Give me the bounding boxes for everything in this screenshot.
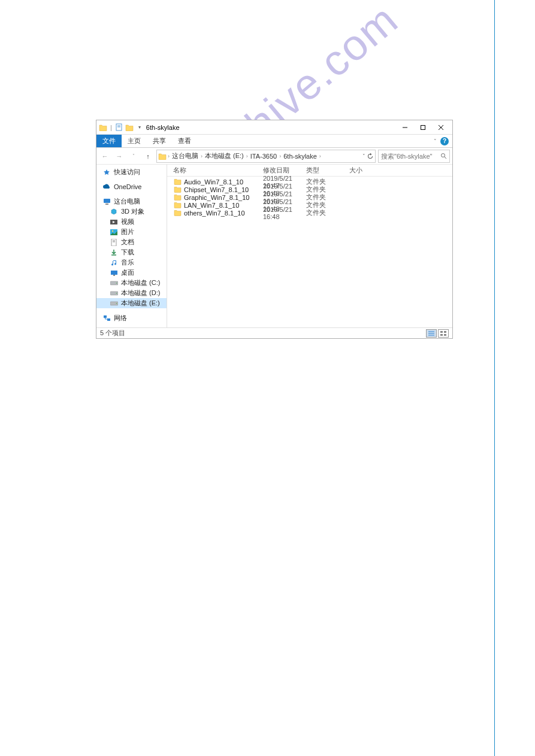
maximize-button[interactable] [414,121,432,134]
help-icon[interactable]: ? [440,137,449,145]
column-headers: 名称˄ 修改日期 类型 大小 [167,165,452,177]
sidebar-label: 网络 [114,314,127,323]
ribbon: 文件 主页 共享 查看 ˅ ? [96,135,452,148]
chevron-right-icon[interactable]: › [201,153,202,159]
sidebar-item-label: 本地磁盘 (C:) [121,278,160,287]
sidebar-item[interactable]: 桌面 [96,268,167,278]
sidebar-quickaccess[interactable]: 快速访问 [96,167,167,177]
breadcrumb-seg-current[interactable]: 6th-skylake [282,153,318,160]
svg-point-21 [116,283,117,284]
chevron-right-icon[interactable]: › [319,153,321,159]
sidebar-label: OneDrive [114,183,141,190]
tiles-view-button[interactable] [438,329,449,338]
file-list: Audio_Win7_8.1_102019/5/21 16:47文件夹Chips… [167,177,452,217]
file-row[interactable]: others_Win7_8.1_102019/5/21 16:48文件夹 [173,209,452,217]
chevron-right-icon[interactable]: › [279,153,281,159]
sidebar-label: 这台电脑 [114,197,140,206]
sidebar-item-label: 音乐 [121,258,134,267]
sidebar-item-label: 桌面 [121,268,134,277]
column-date[interactable]: 修改日期 [263,166,306,175]
search-input[interactable] [381,153,440,160]
minimize-button[interactable] [396,121,414,134]
up-button[interactable]: ↑ [142,150,154,162]
qat-dropdown-icon[interactable]: ▾ [135,123,144,132]
3d-icon [110,208,118,216]
sidebar-item[interactable]: 本地磁盘 (E:) [96,298,167,308]
recent-dropdown-icon[interactable]: ˅ [128,150,140,162]
svg-point-13 [112,230,113,231]
sidebar: 快速访问 OneDrive 这台电脑 3D 对象视频图片文档下载音乐桌面本地磁盘… [96,165,167,327]
star-icon [102,168,111,177]
sidebar-item[interactable]: 文档 [96,237,167,247]
pictures-icon [110,228,118,236]
close-button[interactable] [432,121,450,134]
addressbar[interactable]: › 这台电脑 › 本地磁盘 (E:) › ITA-3650 › 6th-skyl… [156,150,376,163]
ribbon-collapse-icon[interactable]: ˅ [434,138,437,144]
ribbon-tab-home[interactable]: 主页 [122,135,147,147]
desktop-icon [110,269,118,277]
chevron-right-icon[interactable]: › [246,153,248,159]
ribbon-right: ˅ ? [434,135,452,147]
properties-icon[interactable] [115,123,123,132]
sidebar-item[interactable]: 下载 [96,247,167,257]
navbar: ← → ˅ ↑ › 这台电脑 › 本地磁盘 (E:) › ITA-3650 › … [96,148,452,165]
sidebar-item[interactable]: 本地磁盘 (D:) [96,288,167,298]
refresh-icon[interactable] [367,153,374,160]
chevron-right-icon[interactable]: › [168,153,170,159]
breadcrumb-seg-drive[interactable]: 本地磁盘 (E:) [204,151,245,160]
search-icon[interactable] [440,153,447,159]
window-title: 6th-skylake [146,124,180,131]
sidebar-item[interactable]: 3D 对象 [96,207,167,217]
file-name: LAN_Win7_8.1_10 [184,202,263,209]
music-icon [110,259,118,267]
details-view-button[interactable] [426,329,437,338]
newfolder-icon[interactable] [125,123,134,132]
breadcrumb-seg-pc[interactable]: 这台电脑 [171,151,200,160]
titlebar: | ▾ 6th-skylake [96,120,452,135]
titlebar-left: | ▾ 6th-skylake [99,123,180,132]
svg-rect-10 [105,204,108,205]
folder-icon [158,153,167,160]
sidebar-item[interactable]: 视频 [96,217,167,227]
sidebar-network[interactable]: 网络 [96,313,167,323]
ribbon-tab-file[interactable]: 文件 [96,135,122,147]
addressbar-right: ˅ [362,153,374,160]
ribbon-tab-view[interactable]: 查看 [172,135,197,147]
sidebar-item[interactable]: 音乐 [96,257,167,268]
drive-icon [110,279,118,287]
video-icon [110,218,118,226]
svg-point-7 [442,154,445,157]
file-name: others_Win7_8.1_10 [184,210,263,217]
folder-icon [173,202,182,208]
column-size[interactable]: 大小 [349,166,373,175]
sidebar-onedrive[interactable]: OneDrive [96,182,167,192]
column-name[interactable]: 名称˄ [173,166,263,175]
network-icon [102,314,111,323]
breadcrumb-seg-ita[interactable]: ITA-3650 [249,153,278,160]
sidebar-item[interactable]: 图片 [96,227,167,237]
svg-rect-14 [111,239,116,246]
search-box[interactable] [378,150,450,163]
folder-icon [173,178,182,185]
sidebar-item-label: 文档 [121,238,134,247]
back-button[interactable]: ← [99,150,111,162]
folder-icon [173,186,182,193]
forward-button[interactable]: → [113,150,125,162]
svg-rect-34 [444,334,446,336]
file-name: Graphic_Win7_8.1_10 [184,194,263,201]
column-type[interactable]: 类型 [306,166,349,175]
qat: | ▾ [99,123,144,132]
svg-point-25 [116,303,117,304]
file-name: Chipset_Win7_8.1_10 [184,186,263,193]
ribbon-tab-share[interactable]: 共享 [147,135,172,147]
sidebar-item-label: 本地磁盘 (D:) [121,289,160,297]
sidebar-thispc[interactable]: 这台电脑 [96,196,167,207]
svg-line-8 [445,157,446,159]
svg-rect-9 [104,199,110,203]
window-controls [396,121,450,134]
addressbar-dropdown-icon[interactable]: ˅ [362,153,365,159]
sidebar-item[interactable]: 本地磁盘 (C:) [96,278,167,288]
statusbar: 5 个项目 [96,327,452,338]
svg-rect-19 [113,275,115,276]
view-switcher [426,329,449,338]
